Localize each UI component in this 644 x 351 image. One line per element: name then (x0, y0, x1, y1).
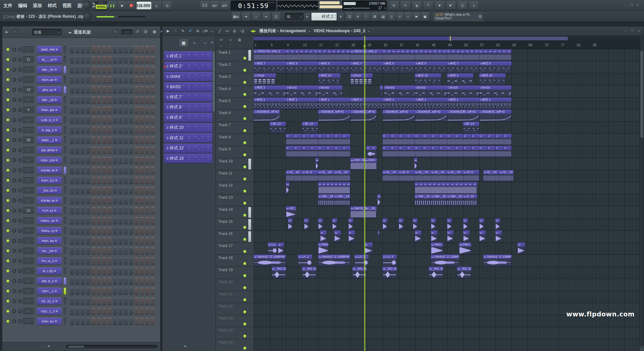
clip[interactable]: ∃样式 9 (479, 61, 511, 73)
pattern-item[interactable]: ∃样式 13 (164, 154, 212, 163)
track-lane[interactable]: ▸▸▸▸▸▸▸▸▸▸▸▸▸▸▸▸▸▸▸▸▸▸▸▸▸▸▸▸▸▸▸▸▸▸▸▸▸▸▸▸… (254, 146, 640, 158)
step-sequencer[interactable] (70, 96, 155, 104)
step-sequencer[interactable] (70, 147, 155, 154)
step-cell[interactable] (92, 288, 96, 295)
step-cell[interactable] (102, 147, 106, 154)
channel-offset-display[interactable]: -- (23, 177, 34, 184)
step-cell[interactable] (102, 177, 106, 184)
clip[interactable]: ▸▸SMCB_Bu.._08_E_2 (350, 206, 377, 218)
channel-button[interactable]: IS_.._10✿ (37, 56, 62, 63)
step-cell[interactable] (70, 157, 74, 164)
step-cell[interactable] (118, 247, 122, 255)
track-options-dots[interactable]: ⋯ (219, 275, 222, 278)
channel-selector[interactable] (64, 197, 66, 204)
step-cell[interactable] (145, 207, 149, 214)
step-cell[interactable] (145, 147, 149, 154)
step-cell[interactable] (102, 278, 106, 285)
step-cell[interactable] (97, 227, 101, 235)
step-cell[interactable] (92, 187, 96, 194)
track-options-dots[interactable]: ⋯ (219, 166, 222, 169)
track-lane[interactable]: ∃样式 2∃BASS∃BASS∃∃BASS∃BASS∃BASS∃BASS (254, 86, 640, 98)
channel-mute-led[interactable] (6, 88, 9, 91)
step-cell[interactable] (70, 147, 74, 154)
step-cell[interactable] (92, 147, 96, 154)
channel-volume-knob[interactable] (18, 229, 22, 233)
clip[interactable]: ∃样..13 (270, 122, 286, 134)
step-cell[interactable] (113, 267, 117, 275)
track-header[interactable]: Track 18⋯ (216, 255, 254, 267)
track-options-dots[interactable]: ⋯ (219, 335, 222, 338)
step-cell[interactable] (145, 308, 149, 315)
track-options-dots[interactable]: ⋯ (219, 142, 222, 145)
step-cell[interactable] (135, 157, 139, 164)
step-cell[interactable] (92, 96, 96, 104)
track-header[interactable]: Track 5⋯ (216, 98, 254, 110)
step-cell[interactable] (86, 308, 90, 315)
step-cell[interactable] (129, 207, 133, 214)
clip[interactable]: ▸▸ (399, 218, 403, 230)
step-cell[interactable] (92, 298, 96, 305)
channel-offset-display[interactable]: -- (23, 197, 34, 204)
clip[interactable]: ▸▸IS_..10 (334, 170, 350, 182)
song-position-slider[interactable] (96, 16, 145, 17)
step-cell[interactable] (145, 237, 149, 245)
step-cell[interactable] (129, 197, 133, 204)
channel-button[interactable]: PMA..ple✿ (37, 106, 62, 113)
picker-add-button[interactable]: + (211, 40, 213, 45)
clip[interactable]: ∞DDD柱式..off #2 (254, 110, 280, 121)
step-cell[interactable] (76, 116, 80, 124)
step-cell[interactable] (86, 217, 90, 224)
pattern-item[interactable]: ∃样式 11 (164, 133, 212, 143)
step-cell[interactable] (118, 267, 122, 275)
channel-pan-knob[interactable] (12, 239, 16, 243)
step-cell[interactable] (151, 267, 155, 275)
track-header[interactable]: Track 21⋯ (216, 291, 254, 303)
channel-volume-knob[interactable] (18, 289, 22, 293)
step-cell[interactable] (145, 187, 149, 194)
channel-offset-display[interactable]: -- (23, 46, 34, 53)
step-cell[interactable] (97, 127, 101, 134)
clip[interactable]: ▸▸ (332, 218, 337, 230)
step-cell[interactable] (118, 147, 122, 154)
step-cell[interactable] (145, 197, 149, 204)
channel-volume-knob[interactable] (18, 138, 22, 142)
step-cell[interactable] (113, 288, 117, 295)
metronome-2-icon[interactable]: ◫ (272, 12, 281, 21)
step-cell[interactable] (124, 127, 128, 134)
menu-item-视图[interactable]: 视图 (62, 3, 71, 9)
step-cell[interactable] (151, 197, 155, 204)
channel-mute-led[interactable] (6, 129, 9, 132)
track-lane[interactable]: ∃样式 1∃样式 1∃样式 1∃样式 1∃样式 1∃样式 1∃样式 1∃样式 1 (254, 98, 640, 110)
channel-selector[interactable] (64, 308, 66, 315)
step-cell[interactable] (86, 187, 90, 194)
channel-button[interactable]: KSH..128✿ (37, 157, 62, 164)
step-cell[interactable] (70, 56, 74, 63)
channel-pan-knob[interactable] (12, 199, 16, 203)
step-cell[interactable] (151, 106, 155, 114)
channel-offset-display[interactable]: -- (23, 77, 34, 83)
step-cell[interactable] (102, 288, 106, 295)
step-cell[interactable] (108, 96, 112, 104)
step-cell[interactable] (81, 147, 85, 154)
step-cell[interactable] (145, 278, 149, 285)
step-cell[interactable] (92, 227, 96, 235)
step-cell[interactable] (145, 116, 149, 124)
step-cell[interactable] (113, 127, 117, 134)
step-cell[interactable] (145, 106, 149, 114)
clip[interactable]: ▸▸ (463, 218, 468, 230)
step-cell[interactable] (124, 217, 128, 224)
clip[interactable]: ▸▸▸▸▸▸▸▸ (447, 146, 479, 158)
channel-selector[interactable] (64, 96, 66, 103)
step-cell[interactable] (113, 147, 117, 154)
step-cell[interactable] (92, 167, 96, 174)
step-cell[interactable] (108, 318, 112, 325)
clip[interactable]: ▸▸ (415, 231, 421, 242)
step-cell[interactable] (113, 278, 117, 285)
step-cell[interactable] (118, 66, 122, 73)
clip[interactable]: ▸▸ (431, 218, 436, 230)
channel-volume-knob[interactable] (18, 209, 22, 213)
clip[interactable]: ▸▸▸▸ (366, 146, 377, 158)
track-options-dots[interactable]: ⋯ (219, 57, 222, 60)
step-sequencer[interactable] (70, 278, 155, 285)
step-cell[interactable] (86, 288, 90, 295)
